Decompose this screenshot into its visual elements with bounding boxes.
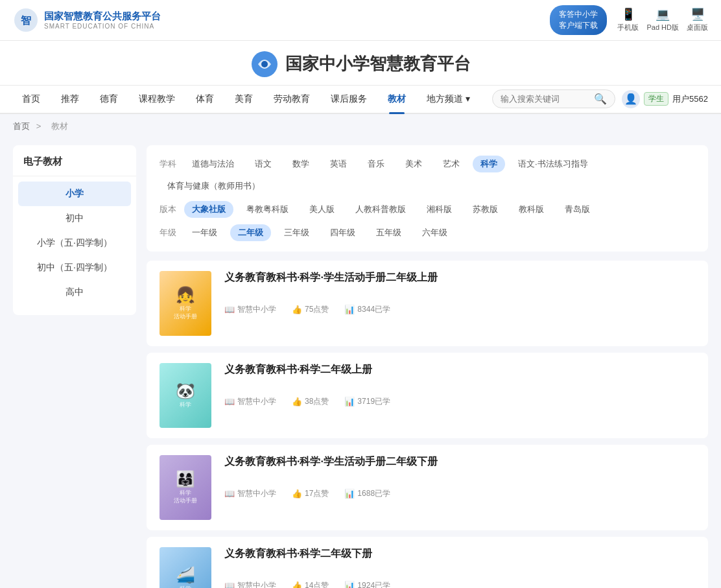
platform-title-bar: 国家中小学智慧教育平台 <box>0 41 721 86</box>
filter-tag-math[interactable]: 数学 <box>285 156 317 172</box>
mobile-icon: 📱 <box>621 7 635 21</box>
book-likes-1: 👍 75点赞 <box>292 304 329 315</box>
user-area[interactable]: 👤 学生 用户5562 <box>622 90 708 108</box>
book-card-3[interactable]: 👨‍👩‍👧 科学活动手册 义务教育教科书·科学·学生活动手册二年级下册 📖 智慧… <box>147 445 708 530</box>
logo-sub: SMART EDUCATION OF CHINA <box>44 23 161 30</box>
nav-left: 首页 推荐 德育 课程教学 体育 美育 劳动教育 课后服务 教材 地方频道 ▾ <box>13 86 479 113</box>
like-icon-1: 👍 <box>292 305 302 314</box>
book-cover-2: 🐼 科学 <box>160 363 211 428</box>
filter-tag-qingdao[interactable]: 青岛版 <box>557 201 598 218</box>
filter-label-edition: 版本 <box>160 204 179 215</box>
likes-label-2: 38点赞 <box>305 396 329 407</box>
mobile-label: 手机版 <box>617 23 639 32</box>
filter-tag-daxiang[interactable]: 大象社版 <box>184 201 233 218</box>
sidebar-item-primary54[interactable]: 小学（五·四学制） <box>13 231 136 255</box>
filter-tag-fine-arts[interactable]: 美术 <box>397 156 430 172</box>
sidebar-item-middle[interactable]: 初中 <box>13 206 136 231</box>
filter-tag-chinese-calligraphy[interactable]: 语文·书法练习指导 <box>510 156 596 172</box>
book-title-2: 义务教育教科书·科学二年级上册 <box>224 363 695 377</box>
nav-labor[interactable]: 劳动教育 <box>265 86 319 113</box>
nav-sports[interactable]: 体育 <box>187 86 223 113</box>
filter-tag-jiaoke[interactable]: 教科版 <box>511 201 552 218</box>
likes-label-4: 14点赞 <box>305 580 329 588</box>
book-icon-2: 📖 <box>224 397 235 406</box>
filter-tag-science[interactable]: 科学 <box>473 156 505 172</box>
nav-textbook[interactable]: 教材 <box>379 86 415 113</box>
nav-local[interactable]: 地方频道 ▾ <box>418 86 479 113</box>
filter-tag-music[interactable]: 音乐 <box>360 156 392 172</box>
nav-home[interactable]: 首页 <box>13 86 49 113</box>
book-learners-1: 📊 8344已学 <box>344 304 390 315</box>
search-icon[interactable]: 🔍 <box>594 93 607 105</box>
main-content: 电子教材 小学 初中 小学（五·四学制） 初中（五·四学制） 高中 学科 道德与… <box>0 139 721 588</box>
pad-label: Pad HD版 <box>646 23 679 32</box>
sidebar-item-primary[interactable]: 小学 <box>18 182 131 206</box>
mobile-device[interactable]: 📱 手机版 <box>617 7 639 32</box>
sidebar-item-middle54[interactable]: 初中（五·四学制） <box>13 255 136 280</box>
filter-tag-xiangke[interactable]: 湘科版 <box>419 201 460 218</box>
filter-tag-english[interactable]: 英语 <box>322 156 355 172</box>
book-likes-3: 👍 17点赞 <box>292 488 329 499</box>
book-likes-4: 👍 14点赞 <box>292 580 329 588</box>
pad-device[interactable]: 💻 Pad HD版 <box>646 7 679 32</box>
filter-tag-grade5[interactable]: 五年级 <box>368 224 409 241</box>
filter-panel: 学科 道德与法治 语文 数学 英语 音乐 美术 艺术 科学 语文·书法练习指导 … <box>147 145 708 252</box>
filter-tag-pe[interactable]: 体育与健康（教师用书） <box>160 178 268 194</box>
filter-tag-grade2[interactable]: 二年级 <box>230 224 271 241</box>
filter-tag-sujiao[interactable]: 苏教版 <box>465 201 506 218</box>
filter-tag-grade3[interactable]: 三年级 <box>276 224 317 241</box>
book-info-3: 义务教育教科书·科学·学生活动手册二年级下册 📖 智慧中小学 👍 17点赞 📊 <box>224 455 695 499</box>
avatar: 👤 <box>622 90 640 108</box>
book-meta-2: 📖 智慧中小学 👍 38点赞 📊 3719已学 <box>224 396 695 407</box>
search-box: 🔍 <box>492 89 615 108</box>
download-button[interactable]: 客答中小学客户端下载 <box>550 5 607 35</box>
desktop-label: 桌面版 <box>687 23 708 32</box>
book-card-4[interactable]: 🚄 科学 义务教育教科书·科学二年级下册 📖 智慧中小学 👍 14点赞 <box>147 537 708 588</box>
filter-tag-chinese[interactable]: 语文 <box>247 156 279 172</box>
desktop-device[interactable]: 🖥️ 桌面版 <box>687 7 708 32</box>
publisher-label-3: 智慧中小学 <box>237 488 276 499</box>
platform-logo-icon <box>250 50 279 78</box>
book-title-4: 义务教育教科书·科学二年级下册 <box>224 547 695 561</box>
book-card-1[interactable]: 👧 科学活动手册 义务教育教科书·科学·学生活动手册二年级上册 📖 智慧中小学 … <box>147 261 708 346</box>
filter-row-grade: 年级 一年级 二年级 三年级 四年级 五年级 六年级 <box>160 224 695 241</box>
book-meta-4: 📖 智慧中小学 👍 14点赞 📊 1924已学 <box>224 580 695 588</box>
top-header: 智 国家智慧教育公共服务平台 SMART EDUCATION OF CHINA … <box>0 0 721 41</box>
book-info-2: 义务教育教科书·科学二年级上册 📖 智慧中小学 👍 38点赞 📊 3719 <box>224 363 695 407</box>
nav-course[interactable]: 课程教学 <box>130 86 184 113</box>
filter-label-grade: 年级 <box>160 227 179 239</box>
learners-label-2: 3719已学 <box>357 396 390 407</box>
platform-name-text: 国家中小学智慧教育平台 <box>285 53 471 75</box>
platform-title: 国家中小学智慧教育平台 <box>0 50 721 78</box>
book-publisher-2: 📖 智慧中小学 <box>224 396 276 407</box>
filter-tag-art[interactable]: 艺术 <box>435 156 467 172</box>
nav-arts[interactable]: 美育 <box>226 86 262 113</box>
book-meta-3: 📖 智慧中小学 👍 17点赞 📊 1688已学 <box>224 488 695 499</box>
search-input[interactable] <box>501 94 591 104</box>
sidebar-item-high[interactable]: 高中 <box>13 280 136 305</box>
svg-point-3 <box>261 61 268 67</box>
book-card-2[interactable]: 🐼 科学 义务教育教科书·科学二年级上册 📖 智慧中小学 👍 38点赞 <box>147 353 708 438</box>
filter-tag-grade6[interactable]: 六年级 <box>414 224 455 241</box>
nav-right: 🔍 👤 学生 用户5562 <box>492 89 708 108</box>
filter-tag-grade1[interactable]: 一年级 <box>184 224 225 241</box>
filter-tag-moral-education[interactable]: 道德与法治 <box>184 156 242 172</box>
filter-row-subject: 学科 道德与法治 语文 数学 英语 音乐 美术 艺术 科学 语文·书法练习指导 … <box>160 156 695 194</box>
breadcrumb-separator: > <box>36 121 43 131</box>
filter-tag-grade4[interactable]: 四年级 <box>322 224 363 241</box>
nav-moral[interactable]: 德育 <box>91 86 127 113</box>
svg-text:智: 智 <box>20 15 31 26</box>
learner-icon-3: 📊 <box>344 489 355 499</box>
filter-tag-yujiao[interactable]: 粤教粤科版 <box>239 201 296 218</box>
likes-label-1: 75点赞 <box>305 304 329 315</box>
publisher-label-4: 智慧中小学 <box>237 580 276 588</box>
book-icon-1: 📖 <box>224 305 235 314</box>
publisher-label-1: 智慧中小学 <box>237 304 276 315</box>
filter-row-edition: 版本 大象社版 粤教粤科版 美人版 人教科普教版 湘科版 苏教版 教科版 青岛版 <box>160 201 695 218</box>
filter-tag-renjiao[interactable]: 人教科普教版 <box>348 201 414 218</box>
breadcrumb-home[interactable]: 首页 <box>13 121 30 131</box>
nav-after-school[interactable]: 课后服务 <box>322 86 376 113</box>
nav-recommend[interactable]: 推荐 <box>52 86 88 113</box>
book-cover-4: 🚄 科学 <box>160 547 211 588</box>
filter-tag-meiren[interactable]: 美人版 <box>301 201 342 218</box>
